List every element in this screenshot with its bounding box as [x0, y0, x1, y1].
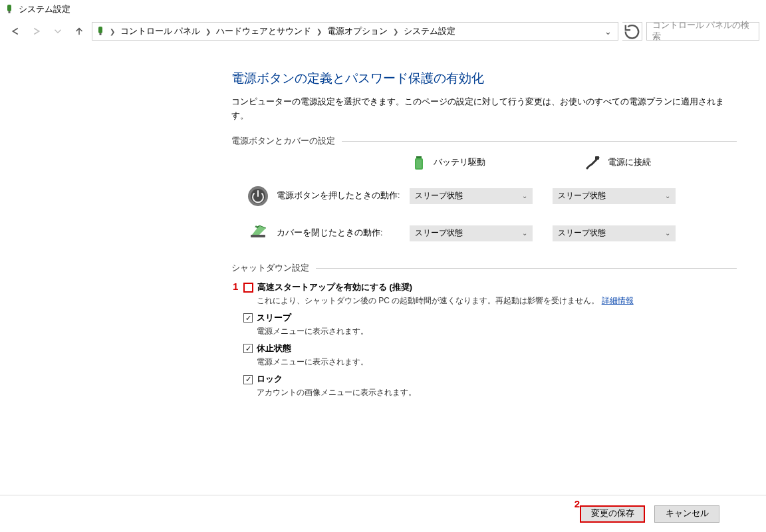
check-label: 高速スタートアップを有効にする (推奨) [257, 282, 412, 293]
power-options-icon [95, 26, 106, 37]
cancel-button[interactable]: キャンセル [654, 505, 719, 523]
search-placeholder: コントロール パネルの検索 [652, 20, 753, 43]
check-desc: これにより、シャットダウン後の PC の起動時間が速くなります。再起動は影響を受… [257, 295, 737, 307]
lid-close-battery-dropdown[interactable]: スリープ状態 ⌄ [410, 225, 533, 241]
svg-rect-6 [416, 160, 422, 168]
plug-icon [585, 155, 601, 171]
setting-lid-close: カバーを閉じたときの動作: スリープ状態 ⌄ スリープ状態 ⌄ [231, 220, 737, 247]
check-label: ロック [257, 374, 283, 385]
content-area: 電源ボタンの定義とパスワード保護の有効化 コンピューターの電源設定を選択できます… [0, 50, 766, 495]
page-title: 電源ボタンの定義とパスワード保護の有効化 [231, 70, 737, 87]
group-header-label: シャットダウン設定 [231, 263, 309, 274]
check-desc: 電源メニューに表示されます。 [257, 356, 737, 368]
dropdown-value: スリープ状態 [558, 190, 606, 201]
refresh-button[interactable] [622, 22, 642, 41]
annotation-2: 2 [574, 498, 580, 509]
power-button-plugged-dropdown[interactable]: スリープ状態 ⌄ [553, 188, 676, 204]
mode-battery: バッテリ駆動 [411, 155, 485, 171]
battery-icon [411, 155, 427, 171]
forward-button[interactable] [28, 23, 45, 40]
svg-rect-3 [100, 33, 102, 35]
save-button[interactable]: 変更の保存 [580, 505, 645, 523]
divider [342, 141, 737, 142]
mode-plugged: 電源に接続 [585, 155, 651, 171]
mode-header-row: バッテリ駆動 電源に接続 [231, 155, 737, 171]
annotation-1: 1 [233, 281, 238, 292]
group-header-shutdown: シャットダウン設定 [231, 263, 737, 274]
chevron-right-icon: ❯ [110, 28, 115, 35]
address-history-dropdown[interactable]: ⌄ [600, 27, 615, 37]
chevron-down-icon: ⌄ [665, 192, 670, 200]
chevron-right-icon: ❯ [317, 28, 322, 35]
page-description: コンピューターの電源設定を選択できます。このページの設定に対して行う変更は、お使… [231, 95, 733, 124]
back-button[interactable] [7, 23, 24, 40]
checkbox[interactable] [243, 375, 253, 384]
check-desc: アカウントの画像メニューに表示されます。 [257, 386, 737, 399]
details-link[interactable]: 詳細情報 [602, 296, 634, 305]
breadcrumb-item[interactable]: 電源オプション [325, 25, 390, 39]
footer: 2 変更の保存 キャンセル [0, 495, 766, 532]
breadcrumb-item[interactable]: コントロール パネル [118, 25, 202, 39]
svg-rect-0 [7, 5, 11, 11]
svg-rect-2 [98, 27, 102, 33]
navbar: ❯ コントロール パネル ❯ ハードウェアとサウンド ❯ 電源オプション ❯ シ… [0, 19, 766, 44]
chevron-right-icon: ❯ [393, 28, 398, 35]
dropdown-value: スリープ状態 [558, 227, 606, 239]
power-button-icon [245, 183, 271, 209]
checkbox[interactable] [243, 313, 253, 323]
search-input[interactable]: コントロール パネルの検索 [646, 22, 759, 41]
chevron-right-icon: ❯ [205, 28, 211, 35]
up-button[interactable] [70, 23, 88, 40]
divider [316, 268, 737, 269]
check-hibernate[interactable]: 休止状態 [243, 343, 737, 354]
chevron-down-icon: ⌄ [665, 229, 670, 237]
svg-rect-4 [416, 156, 422, 158]
chevron-down-icon: ⌄ [522, 229, 527, 237]
check-sleep[interactable]: スリープ [243, 313, 737, 324]
setting-power-button: 電源ボタンを押したときの動作: スリープ状態 ⌄ スリープ状態 ⌄ [231, 183, 737, 209]
power-options-icon [4, 4, 15, 15]
setting-label: 電源ボタンを押したときの動作: [277, 190, 410, 201]
laptop-lid-icon [245, 220, 271, 247]
mode-plugged-label: 電源に接続 [608, 157, 651, 168]
window-title: システム設定 [19, 4, 70, 15]
check-label: スリープ [257, 313, 291, 324]
breadcrumb-item[interactable]: ハードウェアとサウンド [214, 25, 313, 39]
lid-close-plugged-dropdown[interactable]: スリープ状態 ⌄ [553, 225, 676, 241]
breadcrumb: ❯ コントロール パネル ❯ ハードウェアとサウンド ❯ 電源オプション ❯ シ… [110, 25, 596, 39]
check-lock[interactable]: ロック [243, 374, 737, 385]
check-fast-startup[interactable]: 高速スタートアップを有効にする (推奨) [243, 282, 737, 293]
titlebar: システム設定 [0, 0, 766, 19]
check-desc: 電源メニューに表示されます。 [257, 325, 737, 338]
svg-rect-10 [251, 235, 265, 237]
checkbox[interactable] [243, 344, 253, 353]
checkbox[interactable] [243, 283, 253, 293]
group-header-buttons: 電源ボタンとカバーの設定 [231, 136, 737, 147]
group-header-label: 電源ボタンとカバーの設定 [231, 136, 335, 147]
svg-rect-7 [595, 156, 599, 160]
address-bar[interactable]: ❯ コントロール パネル ❯ ハードウェアとサウンド ❯ 電源オプション ❯ シ… [92, 22, 618, 41]
recent-locations-button[interactable] [49, 23, 66, 40]
check-desc-text: これにより、シャットダウン後の PC の起動時間が速くなります。再起動は影響を受… [257, 296, 599, 305]
dropdown-value: スリープ状態 [415, 227, 463, 239]
check-label: 休止状態 [257, 343, 291, 354]
svg-rect-1 [9, 11, 11, 13]
dropdown-value: スリープ状態 [415, 190, 463, 201]
mode-battery-label: バッテリ駆動 [434, 157, 485, 168]
setting-label: カバーを閉じたときの動作: [277, 227, 410, 239]
breadcrumb-item[interactable]: システム設定 [402, 25, 457, 39]
chevron-down-icon: ⌄ [522, 192, 527, 200]
power-button-battery-dropdown[interactable]: スリープ状態 ⌄ [410, 188, 533, 204]
